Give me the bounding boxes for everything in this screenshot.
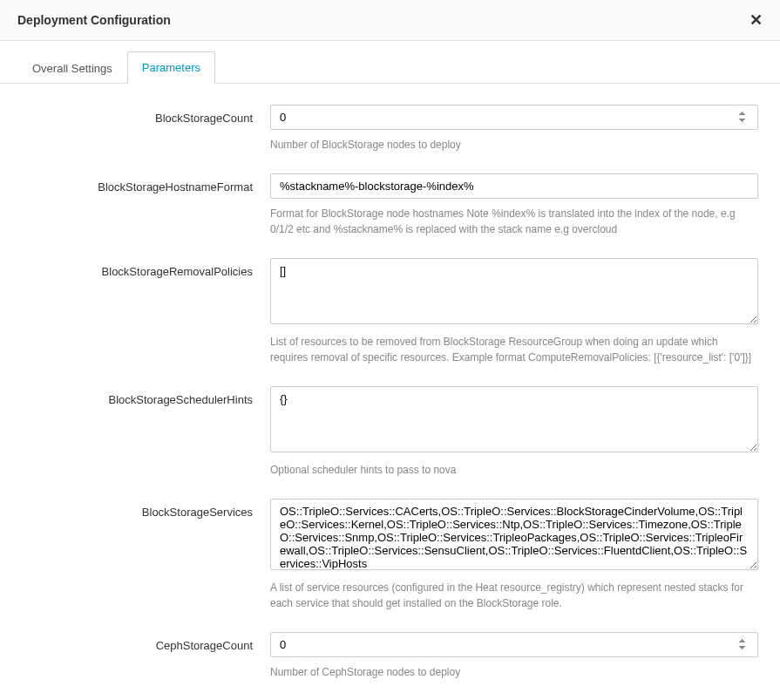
label-block-storage-count: BlockStorageCount bbox=[17, 105, 270, 153]
help-block-storage-hostname-format: Format for BlockStorage node hostnames N… bbox=[270, 206, 758, 237]
help-block-storage-scheduler-hints: Optional scheduler hints to pass to nova bbox=[270, 462, 758, 478]
tab-parameters[interactable]: Parameters bbox=[127, 51, 215, 84]
input-block-storage-hostname-format[interactable] bbox=[270, 173, 758, 199]
label-ceph-storage-count: CephStorageCount bbox=[17, 632, 270, 680]
dialog-header: Deployment Configuration ✕ bbox=[0, 0, 780, 41]
tab-overall-settings[interactable]: Overall Settings bbox=[17, 51, 127, 84]
field-ceph-storage-count: CephStorageCount Number of CephStorage n… bbox=[17, 632, 763, 680]
field-block-storage-removal-policies: BlockStorageRemovalPolicies List of reso… bbox=[17, 258, 763, 365]
label-block-storage-services: BlockStorageServices bbox=[17, 499, 270, 611]
help-block-storage-services: A list of service resources (configured … bbox=[270, 580, 758, 611]
input-block-storage-removal-policies[interactable] bbox=[270, 258, 758, 324]
label-block-storage-hostname-format: BlockStorageHostnameFormat bbox=[17, 173, 270, 237]
input-block-storage-services[interactable] bbox=[270, 499, 758, 570]
help-block-storage-count: Number of BlockStorage nodes to deploy bbox=[270, 137, 758, 153]
deployment-config-dialog: Deployment Configuration ✕ Overall Setti… bbox=[0, 0, 780, 700]
close-icon: ✕ bbox=[749, 11, 763, 29]
input-ceph-storage-count[interactable] bbox=[270, 632, 758, 657]
close-button[interactable]: ✕ bbox=[749, 12, 763, 28]
help-block-storage-removal-policies: List of resources to be removed from Blo… bbox=[270, 334, 758, 365]
field-block-storage-services: BlockStorageServices A list of service r… bbox=[17, 499, 763, 611]
form-body: BlockStorageCount Number of BlockStorage… bbox=[0, 84, 780, 700]
field-block-storage-hostname-format: BlockStorageHostnameFormat Format for Bl… bbox=[17, 173, 763, 237]
field-block-storage-count: BlockStorageCount Number of BlockStorage… bbox=[17, 105, 763, 153]
help-ceph-storage-count: Number of CephStorage nodes to deploy bbox=[270, 664, 758, 680]
tabs-bar: Overall Settings Parameters bbox=[0, 51, 780, 84]
field-block-storage-scheduler-hints: BlockStorageSchedulerHints Optional sche… bbox=[17, 386, 763, 478]
dialog-title: Deployment Configuration bbox=[17, 13, 171, 27]
label-block-storage-removal-policies: BlockStorageRemovalPolicies bbox=[17, 258, 270, 365]
input-block-storage-scheduler-hints[interactable] bbox=[270, 386, 758, 452]
label-block-storage-scheduler-hints: BlockStorageSchedulerHints bbox=[17, 386, 270, 478]
input-block-storage-count[interactable] bbox=[270, 105, 758, 130]
